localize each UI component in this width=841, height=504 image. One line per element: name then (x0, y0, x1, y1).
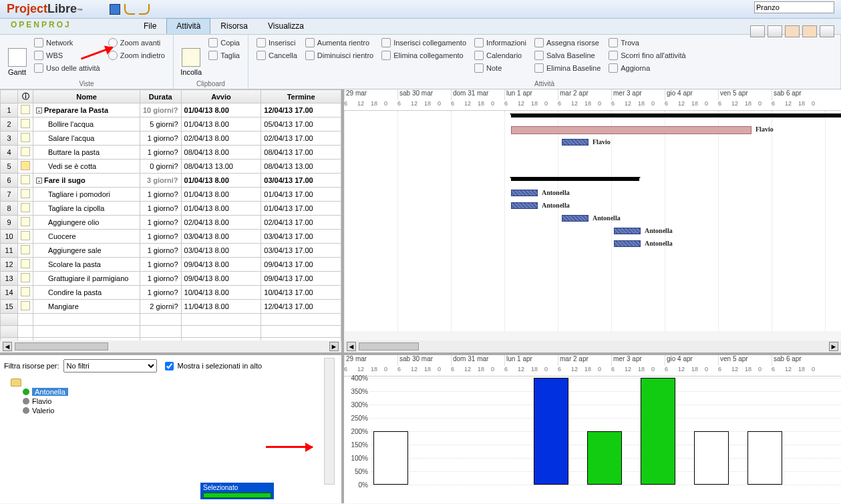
gantt-summary-bar[interactable] (511, 177, 639, 181)
ribbon-item[interactable]: Aumenta rientro (304, 37, 375, 48)
gantt-task-bar[interactable] (614, 240, 641, 247)
scroll-right-icon[interactable]: ► (329, 342, 339, 351)
table-row[interactable]: 9 Aggiungere olio 1 giorno? 02/04/13 8.0… (1, 216, 341, 230)
histogram-bar (373, 431, 408, 485)
table-row[interactable]: 13 Grattugiare il parmigiano 1 giorno? 0… (1, 272, 341, 286)
gantt-task-bar[interactable] (511, 126, 751, 134)
task-type-icon (21, 133, 30, 142)
ribbon-item[interactable]: Uso delle attività (33, 63, 102, 73)
column-header[interactable]: Avvio (181, 90, 261, 103)
gantt-task-bar[interactable] (511, 190, 538, 196)
gantt-bar-label: Antonella (645, 227, 673, 234)
tab-risorsa[interactable]: Risorsa (210, 18, 258, 34)
subbrand: OPENPROJ (11, 20, 71, 29)
table-row[interactable]: 1 -Preparare la Pasta 10 giorni? 01/04/1… (1, 103, 341, 117)
resource-item[interactable]: Flavio (23, 397, 337, 406)
show-selected-checkbox[interactable] (165, 362, 174, 370)
quick-access-toolbar (110, 4, 150, 15)
expand-icon[interactable]: - (36, 107, 42, 113)
ribbon-item[interactable]: Aggiorna (607, 63, 687, 73)
table-row[interactable]: 15 Mangiare 2 giorni? 11/04/13 8.00 12/0… (1, 300, 341, 314)
ribbon-item[interactable]: Network (33, 37, 102, 48)
paste-button[interactable]: Incolla (180, 37, 202, 86)
ribbon-item[interactable]: Trova (607, 37, 687, 48)
gantt-task-bar[interactable] (614, 228, 641, 234)
ribbon-item[interactable]: Cancella (255, 50, 299, 61)
ribbon-item-zoom[interactable]: Zoom indietro (107, 50, 166, 61)
table-row[interactable]: 7 Tagliare i pomodori 1 giorno? 01/04/13… (1, 188, 341, 202)
tab-file[interactable]: File (134, 18, 166, 34)
ribbon-item[interactable]: Diminuisci rientro (304, 50, 375, 61)
filter-label: Filtra risorse per: (4, 362, 59, 370)
histogram-bar (747, 431, 782, 485)
gantt-view-button[interactable]: Gantt (7, 37, 27, 86)
histogram-bar (641, 378, 675, 485)
gantt-hscrollbar[interactable]: ◄ ► (344, 340, 841, 352)
table-row[interactable]: 8 Tagliare la cipolla 1 giorno? 01/04/13… (1, 202, 341, 216)
table-row[interactable]: 14 Condire la pasta 1 giorno? 10/04/13 8… (1, 286, 341, 300)
ribbon-item[interactable]: Note (473, 63, 528, 73)
column-header[interactable]: Termine (261, 90, 341, 103)
group-label-views: Viste (0, 80, 173, 87)
resource-tree[interactable]: AntonellaFlavioValerio (11, 378, 337, 415)
ribbon-item[interactable]: Scorri fino all'attività (607, 50, 687, 61)
gantt-task-bar[interactable] (511, 202, 538, 209)
ribbon-item[interactable]: Elimina collegamento (380, 50, 468, 61)
blank-icon[interactable] (820, 25, 834, 37)
column-header[interactable]: Durata (140, 90, 182, 103)
titlebar: ProjectLibre™ (0, 0, 841, 19)
scroll-right-icon[interactable]: ► (829, 342, 838, 351)
scroll-left-icon[interactable]: ◄ (3, 342, 12, 351)
save-icon[interactable] (110, 4, 120, 15)
gantt-summary-bar[interactable] (511, 113, 841, 117)
table-row[interactable]: 5 Vedi se è cotta 0 giorni? 08/04/13 13.… (1, 160, 341, 174)
ribbon-item[interactable]: Copia (207, 37, 241, 48)
ribbon-item[interactable]: Assegna risorse (533, 37, 602, 48)
table-row[interactable]: 6 -Fare il sugo 3 giorni? 01/04/13 8.00 … (1, 174, 341, 188)
app-logo: ProjectLibre™ (7, 2, 83, 16)
tracking-icon[interactable] (768, 25, 782, 37)
table-row[interactable]: 3 Salare l'acqua 1 giorno? 02/04/13 8.00… (1, 132, 341, 146)
baseline-icon[interactable] (785, 25, 800, 37)
ribbon-item[interactable]: Calendario (473, 50, 528, 61)
search-input[interactable] (754, 1, 834, 13)
expand-icon[interactable]: - (36, 178, 42, 184)
task-table[interactable]: ⓘNomeDurataAvvioTermine 1 -Preparare la … (0, 89, 341, 340)
tree-vscrollbar[interactable] (324, 358, 335, 485)
table-row[interactable]: 4 Buttare la pasta 1 giorno? 08/04/13 8.… (1, 146, 341, 160)
ribbon-item[interactable]: Inserisci (255, 37, 299, 48)
column-header[interactable]: ⓘ (18, 90, 33, 103)
table-row[interactable]: 10 Cuocere 1 giorno? 03/04/13 8.00 03/04… (1, 230, 341, 244)
gantt-chart[interactable]: FlavioFlavioAntonellaAntonellaAntonellaA… (344, 111, 841, 331)
table-row[interactable]: 12 Scolare la pasta 1 giorno? 09/04/13 8… (1, 258, 341, 272)
filter-icon[interactable] (802, 25, 817, 37)
ribbon-item[interactable]: Taglia (207, 50, 241, 61)
table-row[interactable]: 11 Aggiungere sale 1 giorno? 03/04/13 8.… (1, 244, 341, 258)
tab-visualizza[interactable]: Visualizza (258, 18, 314, 34)
table-row[interactable]: 2 Bollire l'acqua 5 giorni? 01/04/13 8.0… (1, 117, 341, 132)
task-type-icon (21, 175, 30, 184)
redo-icon[interactable] (139, 4, 150, 15)
resource-item[interactable]: Valerio (23, 406, 337, 415)
annotation-arrow-histogram (266, 446, 313, 448)
undo-icon[interactable] (124, 4, 135, 15)
gantt-task-bar[interactable] (562, 215, 588, 222)
ribbon-item[interactable]: Salva Baseline (533, 50, 602, 61)
resource-item[interactable]: Antonella (23, 387, 337, 397)
checkbox-label: Mostra i selezionati in alto (178, 362, 263, 370)
ribbon-item[interactable]: Inserisci collegamento (380, 37, 468, 48)
task-type-icon (21, 203, 30, 212)
status-dot-icon (23, 407, 29, 414)
ribbon-item[interactable]: Informazioni (473, 37, 528, 48)
group-label-activity: Attività (248, 80, 840, 87)
tab-attività[interactable]: Attività (166, 18, 210, 34)
scroll-left-icon[interactable]: ◄ (347, 342, 356, 351)
gantt-task-bar[interactable] (562, 139, 588, 146)
column-header[interactable] (1, 90, 18, 103)
histogram-bar (694, 431, 729, 485)
filter-select[interactable]: No filtri (63, 359, 157, 372)
table-hscrollbar[interactable]: ◄ ► (0, 340, 341, 352)
column-header[interactable]: Nome (33, 90, 140, 103)
chart-icon[interactable] (750, 25, 765, 37)
ribbon-item[interactable]: Elimina Baseline (533, 63, 602, 73)
